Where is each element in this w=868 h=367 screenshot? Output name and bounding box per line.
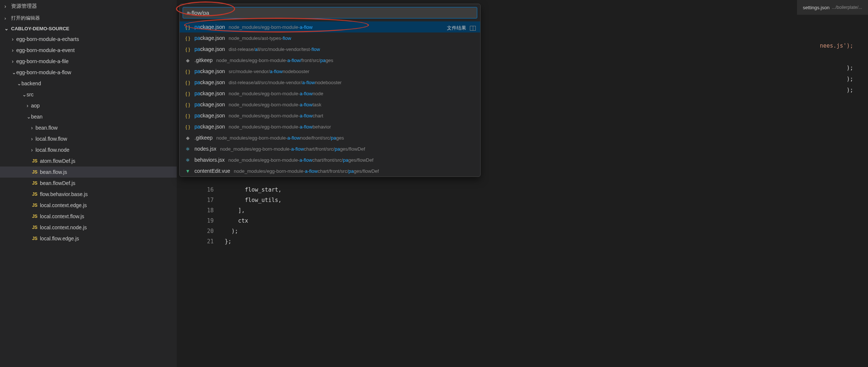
- quick-open-result[interactable]: ◆.gitkeepnode_modules/egg-born-module-a-…: [180, 132, 480, 143]
- quick-open-result[interactable]: { }package.jsonnode_modules/egg-born-mod…: [180, 99, 480, 110]
- file-item[interactable]: JSlocal.context.edge.js: [0, 200, 177, 211]
- chevron-right-icon: ›: [12, 58, 16, 64]
- chevron-right-icon: ›: [31, 125, 35, 131]
- js-file-icon: JS: [31, 181, 38, 186]
- quick-open-result[interactable]: ▼contentEdit.vuenode_modules/egg-born-mo…: [180, 165, 480, 176]
- code-line: 21};: [199, 236, 868, 247]
- json-file-icon: { }: [184, 80, 191, 85]
- file-item[interactable]: JSflow.behavior.base.js: [0, 189, 177, 200]
- quick-open-result[interactable]: ⚛nodes.jsxnode_modules/egg-born-module-a…: [180, 143, 480, 154]
- chevron-down-icon: ⌄: [17, 80, 21, 86]
- chevron-right-icon: ›: [12, 36, 16, 42]
- quick-open-result[interactable]: ⚛behaviors.jsxnode_modules/egg-born-modu…: [180, 154, 480, 165]
- tab-bar: settings.json .../boilerplate/...: [797, 0, 868, 15]
- code-line: 20 );: [199, 226, 868, 236]
- quick-open-footer: 文件结果: [447, 25, 476, 31]
- json-file-icon: { }: [184, 35, 191, 41]
- folder-item[interactable]: ⌄src: [0, 89, 177, 100]
- open-editors-section[interactable]: › 打开的编辑器: [0, 13, 177, 24]
- json-file-icon: { }: [184, 24, 191, 30]
- folder-item[interactable]: ⌄egg-born-module-a-flow: [0, 67, 177, 78]
- folder-item[interactable]: ›egg-born-module-a-echarts: [0, 34, 177, 45]
- chevron-right-icon: ›: [31, 136, 35, 142]
- quick-open-result[interactable]: { }package.jsonnode_modules/egg-born-mod…: [180, 121, 480, 132]
- chevron-right-icon: ›: [27, 103, 31, 109]
- file-item[interactable]: JSlocal.context.node.js: [0, 222, 177, 233]
- split-editor-icon[interactable]: [470, 26, 476, 31]
- file-item[interactable]: JSbean.flow.js: [0, 167, 177, 178]
- js-file-icon: JS: [31, 158, 38, 164]
- quick-open-result[interactable]: ◆.gitkeepnode_modules/egg-born-module-a-…: [180, 55, 480, 66]
- quick-open-result[interactable]: { }package.jsonnode_modules/egg-born-mod…: [180, 110, 480, 121]
- quick-open-result[interactable]: { }package.jsonnode_modules/egg-born-mod…: [180, 21, 480, 32]
- editor-tab[interactable]: settings.json .../boilerplate/...: [797, 0, 868, 15]
- folder-item[interactable]: ›aop: [0, 100, 177, 111]
- chevron-down-icon: ⌄: [12, 69, 16, 75]
- quick-open-panel: 文件结果 { }package.jsonnode_modules/egg-bor…: [179, 4, 481, 177]
- quick-open-input[interactable]: [183, 7, 477, 18]
- folder-item[interactable]: ›bean.flow: [0, 122, 177, 133]
- chevron-right-icon: ›: [12, 47, 16, 53]
- react-file-icon: ⚛: [184, 146, 191, 152]
- chevron-right-icon: ›: [31, 147, 35, 153]
- json-file-icon: { }: [184, 47, 191, 52]
- json-file-icon: { }: [184, 124, 191, 130]
- code-line: 19 ctx: [199, 216, 868, 226]
- vue-file-icon: ▼: [184, 168, 191, 174]
- js-file-icon: JS: [31, 203, 38, 208]
- js-file-icon: JS: [31, 192, 38, 197]
- json-file-icon: { }: [184, 113, 191, 119]
- js-file-icon: JS: [31, 225, 38, 230]
- code-line: 16 flow_start,: [199, 185, 868, 195]
- code-line: 17 flow_utils,: [199, 195, 868, 205]
- js-file-icon: JS: [31, 214, 38, 219]
- folder-item[interactable]: ›egg-born-module-a-file: [0, 56, 177, 67]
- chevron-right-icon[interactable]: ›: [4, 3, 9, 9]
- chevron-down-icon: ⌄: [4, 26, 9, 31]
- git-file-icon: ◆: [184, 135, 191, 141]
- chevron-right-icon: ›: [4, 16, 9, 21]
- folder-item[interactable]: ›local.flow.flow: [0, 133, 177, 144]
- file-item[interactable]: JSatom.flowDef.js: [0, 155, 177, 167]
- quick-open-result[interactable]: { }package.jsondist-release/all/src/modu…: [180, 44, 480, 55]
- code-line: 18 ],: [199, 205, 868, 216]
- git-file-icon: ◆: [184, 58, 191, 63]
- js-file-icon: JS: [31, 169, 38, 175]
- explorer-sidebar: › 资源管理器 › 打开的编辑器 ⌄ CABLOY-DEMO-SOURCE ›e…: [0, 0, 177, 367]
- json-file-icon: { }: [184, 102, 191, 107]
- react-file-icon: ⚛: [184, 157, 191, 163]
- folder-item[interactable]: ›local.flow.node: [0, 144, 177, 155]
- file-item[interactable]: JSlocal.context.flow.js: [0, 211, 177, 222]
- file-item[interactable]: JSlocal.flow.edge.js: [0, 233, 177, 244]
- quick-open-result[interactable]: { }package.jsondist-release/all/src/modu…: [180, 77, 480, 88]
- explorer-title: › 资源管理器: [0, 0, 177, 13]
- chevron-down-icon: ⌄: [22, 92, 27, 97]
- folder-item[interactable]: ⌄bean: [0, 111, 177, 122]
- json-file-icon: { }: [184, 69, 191, 74]
- folder-item[interactable]: ⌄backend: [0, 78, 177, 89]
- quick-open-result[interactable]: { }package.jsonnode_modules/ast-types-fl…: [180, 32, 480, 44]
- json-file-icon: { }: [184, 91, 191, 96]
- file-item[interactable]: JSbean.flowDef.js: [0, 178, 177, 189]
- quick-open-result[interactable]: { }package.jsonnode_modules/egg-born-mod…: [180, 88, 480, 99]
- folder-item[interactable]: ›egg-born-module-a-event: [0, 45, 177, 56]
- quick-open-result[interactable]: { }package.jsonsrc/module-vendor/a-flown…: [180, 66, 480, 77]
- workspace-title[interactable]: ⌄ CABLOY-DEMO-SOURCE: [0, 24, 177, 34]
- js-file-icon: JS: [31, 236, 38, 241]
- chevron-down-icon: ⌄: [27, 114, 31, 120]
